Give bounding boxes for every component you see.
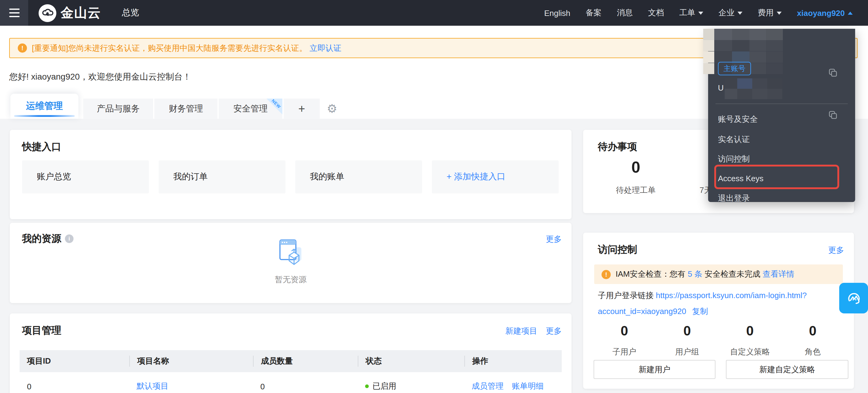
chevron-down-icon [738, 11, 742, 14]
project-card-links: 新建项目 更多 [505, 326, 562, 337]
tile-my-orders[interactable]: 我的订单 [159, 160, 285, 193]
col-actions: 操作 [464, 356, 562, 367]
col-project-id: 项目ID [20, 356, 129, 367]
todo-title: 待办事项 [598, 141, 637, 154]
member-management-link[interactable]: 成员管理 [472, 381, 503, 391]
quick-access-card: 快捷入口 账户总览 我的订单 我的账单 + 添加快捷入口 [10, 130, 571, 219]
new-project-link[interactable]: 新建项目 [505, 326, 537, 337]
tile-my-bills[interactable]: 我的账单 [295, 160, 422, 193]
console-page: 金山云 总览 English 备案 消息 文档 工单 企业 费用 xiaoyan… [0, 0, 868, 393]
subuser-login-url-line1[interactable]: https://passport.ksyun.com/iam-login.htm… [656, 291, 807, 300]
new-custom-policy-button[interactable]: 新建自定义策略 [726, 360, 848, 379]
project-name-link[interactable]: 默认项目 [136, 381, 168, 391]
tab-ops-management[interactable]: 运维管理 [10, 94, 79, 119]
iam-stats-row: 0 子用户 0 用户组 0 自定义策略 0 角色 [593, 323, 844, 358]
subusers-stat[interactable]: 0 子用户 [593, 323, 656, 358]
my-resources-card: 我的资源i 更多 暂无资源 [10, 223, 571, 303]
menu-item-realname-verification[interactable]: 实名认证 [708, 130, 855, 149]
tab-security-management[interactable]: 安全管理 NEW [219, 99, 282, 119]
pending-tickets-stat[interactable]: 0 待处理工单 [598, 158, 674, 196]
cloud-mascot-headset-icon [844, 289, 863, 307]
tile-account-overview[interactable]: 账户总览 [22, 160, 149, 193]
status-cell: 已启用 [358, 381, 464, 392]
brand-name: 金山云 [61, 4, 101, 22]
dropdown-divider [715, 103, 848, 104]
copy-link[interactable]: 复制 [692, 307, 708, 316]
empty-box-illustration [275, 239, 306, 268]
subuser-login-url-line2[interactable]: account_id=xiaoyang920 [598, 307, 686, 316]
project-name-cell: 默认项目 [129, 381, 253, 392]
hamburger-menu-icon[interactable] [0, 0, 28, 26]
nav-beian[interactable]: 备案 [586, 7, 601, 19]
status-badge: 已启用 [372, 381, 396, 391]
active-tab-indicator [14, 115, 75, 117]
access-control-more-link[interactable]: 更多 [828, 245, 844, 256]
brand-logo[interactable]: 金山云 [39, 4, 101, 22]
pending-tickets-label: 待处理工单 [598, 185, 674, 196]
censored-account-uid [725, 78, 782, 99]
customer-service-chat-button[interactable] [839, 283, 868, 314]
empty-resources-state: 暂无资源 [10, 239, 571, 285]
tile-add-quick-access[interactable]: + 添加快捷入口 [432, 160, 559, 193]
project-management-card: 项目管理 新建项目 更多 项目ID 项目名称 成员数量 状态 操作 0 默认项目… [10, 314, 571, 393]
view-details-link[interactable]: 查看详情 [763, 269, 795, 280]
col-project-name: 项目名称 [129, 356, 253, 367]
iam-security-alert: ! IAM安全检查：您有 5 条 安全检查未完成 查看详情 [594, 264, 843, 284]
chevron-up-icon [848, 11, 853, 14]
pending-tickets-count: 0 [598, 158, 674, 176]
account-uid: U [718, 83, 724, 92]
navbar-right-menu: English 备案 消息 文档 工单 企业 费用 xiaoyang920 [544, 7, 868, 19]
col-status: 状态 [358, 356, 464, 367]
menu-item-account-security[interactable]: 账号及安全 [708, 110, 855, 129]
user-account-dropdown: 主账号 U 账号及安全 实名认证 访问控制 Access Keys 退出登录 [708, 29, 855, 202]
nav-user-account[interactable]: xiaoyang920 [797, 8, 853, 18]
tab-settings-gear-icon[interactable]: ⚙ [323, 100, 341, 117]
access-control-title: 访问控制 [598, 243, 637, 257]
banner-text: [重要通知]您尚未进行实名认证，购买使用中国大陆服务需要先进行实名认证。 [32, 42, 307, 54]
welcome-greeting: 您好! xiaoyang920，欢迎您使用金山云控制台！ [9, 72, 191, 83]
warning-icon: ! [18, 43, 27, 53]
empty-caption: 暂无资源 [10, 274, 571, 285]
subuser-login-block: 子用户登录链接 https://passport.ksyun.com/iam-l… [598, 288, 840, 320]
nav-billing[interactable]: 费用 [758, 7, 782, 19]
roles-stat[interactable]: 0 角色 [781, 323, 844, 358]
col-member-count: 成员数量 [253, 356, 358, 367]
member-count-cell: 0 [253, 382, 358, 391]
menu-item-access-keys[interactable]: Access Keys [708, 170, 855, 188]
menu-item-access-control[interactable]: 访问控制 [708, 150, 855, 168]
nav-overview[interactable]: 总览 [122, 7, 139, 19]
subuser-login-prefix: 子用户登录链接 [598, 291, 654, 300]
projects-more-link[interactable]: 更多 [546, 326, 562, 337]
user-groups-stat[interactable]: 0 用户组 [656, 323, 718, 358]
nav-docs[interactable]: 文档 [648, 7, 664, 19]
chevron-down-icon [777, 11, 782, 14]
tab-products-services[interactable]: 产品与服务 [83, 99, 153, 119]
cloud-logo-icon [39, 4, 56, 22]
nav-messages[interactable]: 消息 [617, 7, 633, 19]
project-table-header: 项目ID 项目名称 成员数量 状态 操作 [20, 350, 562, 372]
copy-icon[interactable] [828, 68, 838, 78]
project-id-cell: 0 [20, 382, 129, 391]
status-dot [365, 385, 369, 388]
nav-tickets[interactable]: 工单 [679, 7, 703, 19]
nav-english[interactable]: English [544, 8, 570, 18]
chevron-down-icon [698, 11, 703, 14]
tab-add-button[interactable]: + [284, 99, 320, 119]
nav-enterprise[interactable]: 企业 [718, 7, 742, 19]
project-management-title: 项目管理 [22, 324, 61, 337]
table-row: 0 默认项目 0 已启用 成员管理 账单明细 [20, 372, 562, 393]
new-user-button[interactable]: 新建用户 [594, 360, 715, 379]
warning-icon: ! [601, 270, 611, 279]
tab-finance-management[interactable]: 财务管理 [154, 99, 217, 119]
actions-cell: 成员管理 账单明细 [464, 381, 562, 392]
menu-item-logout[interactable]: 退出登录 [708, 189, 855, 207]
primary-account-badge: 主账号 [718, 62, 751, 75]
quick-access-title: 快捷入口 [22, 141, 61, 154]
access-control-card: 访问控制 更多 ! IAM安全检查：您有 5 条 安全检查未完成 查看详情 子用… [583, 233, 854, 389]
top-navbar: 金山云 总览 English 备案 消息 文档 工单 企业 费用 xiaoyan… [0, 0, 868, 26]
custom-policies-stat[interactable]: 0 自定义策略 [718, 323, 781, 358]
verify-now-link[interactable]: 立即认证 [309, 42, 341, 54]
security-check-count-link[interactable]: 5 条 [688, 269, 703, 280]
bill-detail-link[interactable]: 账单明细 [512, 381, 544, 391]
